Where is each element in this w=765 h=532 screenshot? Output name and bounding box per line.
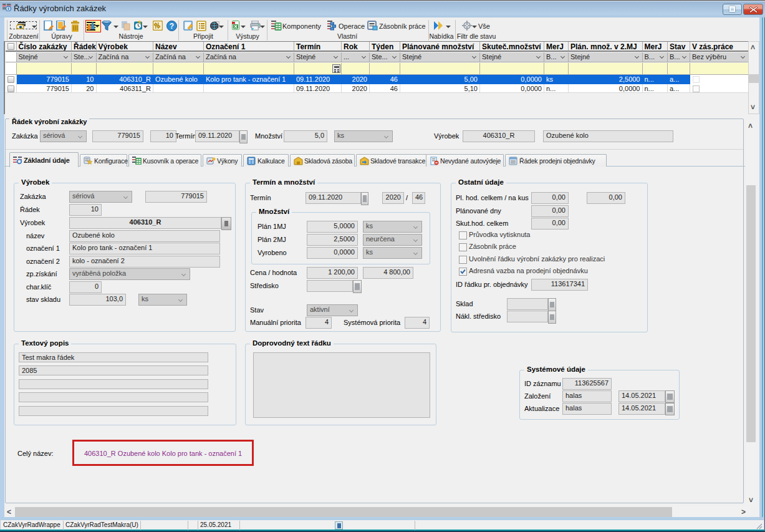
svg-text:?: ? (170, 22, 174, 31)
